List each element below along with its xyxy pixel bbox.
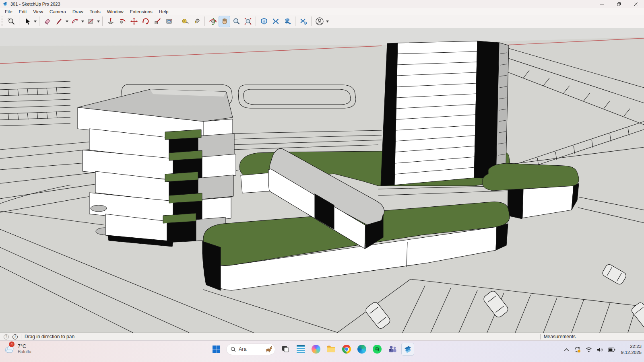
measurements-label: Measurements	[544, 334, 576, 339]
account-dropdown[interactable]	[325, 16, 329, 27]
extension-flip-icon[interactable]	[270, 16, 281, 27]
toolbar-separator	[177, 16, 177, 26]
move-tool-icon[interactable]	[128, 16, 139, 27]
zoom-window-tool-icon[interactable]	[6, 16, 17, 27]
orbit-tool-icon[interactable]	[207, 16, 218, 27]
push-pull-tool-icon[interactable]	[105, 16, 116, 27]
window-title: 301 - SketchUp Pro 2023	[10, 2, 60, 6]
search-highlight-image	[264, 346, 272, 353]
zoom-extents-tool-icon[interactable]	[242, 16, 253, 27]
search-input[interactable]: Ara	[226, 343, 275, 355]
info-icon[interactable]: i	[12, 334, 18, 339]
minimize-button[interactable]	[593, 0, 610, 8]
rectangle-tool-dropdown[interactable]	[96, 16, 100, 27]
follow-me-tool-icon[interactable]	[117, 16, 128, 27]
statusbar-divider	[540, 334, 541, 339]
tray-chevron-up-icon[interactable]	[564, 348, 569, 352]
restore-button[interactable]	[610, 0, 627, 8]
file-explorer-icon[interactable]	[325, 343, 337, 355]
extension-import-icon[interactable]	[258, 16, 269, 27]
scale-tool-icon[interactable]	[152, 16, 163, 27]
help-icon[interactable]: ?	[4, 334, 9, 339]
toolbar-separator	[204, 16, 205, 26]
tray-volume-icon[interactable]	[597, 347, 603, 352]
toolbar-separator	[19, 16, 19, 26]
arc-tool-dropdown[interactable]	[80, 16, 85, 27]
sketchup-logo-icon	[2, 1, 8, 7]
menu-extensions[interactable]: Extensions	[127, 9, 156, 14]
extension-settings-icon[interactable]	[298, 16, 309, 27]
toolbar-separator	[102, 16, 103, 26]
close-button[interactable]	[627, 0, 644, 8]
spotify-icon[interactable]	[371, 343, 383, 355]
statusbar-divider	[21, 334, 21, 339]
menu-bar: File Edit View Camera Draw Tools Window …	[0, 8, 644, 15]
zoom-tool-icon[interactable]	[231, 16, 242, 27]
toolbar-separator	[39, 16, 39, 26]
toolbar	[0, 15, 644, 28]
search-placeholder: Ara	[239, 346, 264, 352]
weather-temperature: 7°C	[18, 343, 31, 349]
notepad-icon[interactable]	[295, 343, 307, 355]
pan-tool-icon[interactable]	[219, 16, 230, 27]
status-hint: Drag in direction to pan	[25, 334, 74, 339]
arc-tool-icon[interactable]	[69, 16, 80, 27]
eraser-tool-icon[interactable]	[42, 16, 53, 27]
measurements-input[interactable]	[576, 333, 644, 340]
title-bar: 301 - SketchUp Pro 2023	[0, 0, 644, 8]
model-viewport[interactable]: Windows'u Etkinleştir Windows'u etkinleş…	[0, 28, 644, 333]
menu-camera[interactable]: Camera	[46, 9, 69, 14]
copilot-icon[interactable]	[310, 343, 322, 355]
account-icon[interactable]	[314, 16, 325, 27]
toolbar-separator	[256, 16, 256, 26]
line-tool-dropdown[interactable]	[65, 16, 69, 27]
menu-view[interactable]: View	[30, 9, 46, 14]
chrome-icon[interactable]	[341, 343, 353, 355]
edge-icon[interactable]	[356, 343, 368, 355]
search-icon	[231, 347, 236, 352]
tray-battery-icon[interactable]	[608, 348, 615, 352]
tray-clock[interactable]: 22:23 9.12.2025	[621, 343, 642, 356]
model-canvas[interactable]	[0, 28, 644, 333]
offset-tool-icon[interactable]	[163, 16, 174, 27]
tray-time: 22:23	[621, 343, 642, 350]
select-tool-icon[interactable]	[22, 16, 33, 27]
line-tool-icon[interactable]	[54, 16, 64, 27]
menu-window[interactable]: Window	[104, 9, 127, 14]
notification-badge: 4	[9, 341, 14, 347]
tray-date: 9.12.2025	[621, 350, 642, 356]
menu-tools[interactable]: Tools	[87, 9, 104, 14]
toolbar-drag-handle[interactable]	[2, 16, 4, 26]
menu-edit[interactable]: Edit	[16, 9, 30, 14]
menu-file[interactable]: File	[2, 9, 16, 14]
start-button[interactable]	[210, 343, 222, 355]
high-rise-tower	[381, 41, 509, 186]
tray-wifi-icon[interactable]	[586, 347, 592, 352]
taskbar: 4 7°C Bulutlu Ara	[0, 340, 644, 362]
rectangle-tool-icon[interactable]	[85, 16, 96, 27]
tape-measure-tool-icon[interactable]	[180, 16, 190, 27]
extension-stack-icon[interactable]	[282, 16, 293, 27]
paint-bucket-tool-icon[interactable]	[191, 16, 202, 27]
status-bar: ? i Drag in direction to pan Measurement…	[0, 333, 644, 340]
teams-icon[interactable]	[386, 343, 398, 355]
task-view-button[interactable]	[279, 343, 291, 355]
toolbar-separator	[311, 16, 312, 26]
menu-help[interactable]: Help	[156, 9, 172, 14]
weather-condition: Bulutlu	[18, 349, 31, 354]
sketchup-taskbar-icon[interactable]	[402, 343, 414, 355]
menu-draw[interactable]: Draw	[69, 9, 87, 14]
weather-cloud-icon: 4	[3, 343, 15, 354]
toolbar-separator	[295, 16, 295, 26]
rotate-tool-icon[interactable]	[140, 16, 151, 27]
select-tool-dropdown[interactable]	[33, 16, 37, 27]
tray-sync-icon[interactable]	[574, 346, 581, 353]
weather-widget[interactable]: 4 7°C Bulutlu	[3, 343, 31, 354]
